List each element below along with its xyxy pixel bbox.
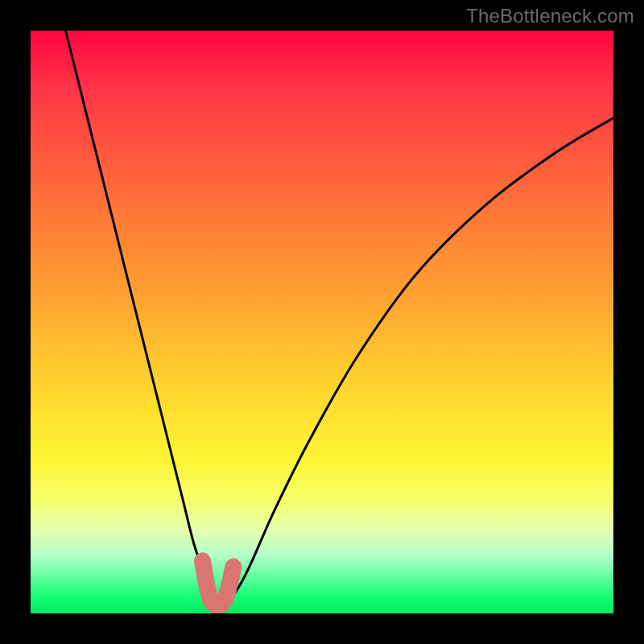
chart-frame: TheBottleneck.com bbox=[0, 0, 644, 644]
watermark-label: TheBottleneck.com bbox=[466, 5, 634, 27]
bottleneck-curve bbox=[65, 31, 613, 609]
highlight-band bbox=[203, 561, 233, 605]
plot-area bbox=[31, 31, 613, 613]
chart-svg bbox=[31, 31, 613, 613]
